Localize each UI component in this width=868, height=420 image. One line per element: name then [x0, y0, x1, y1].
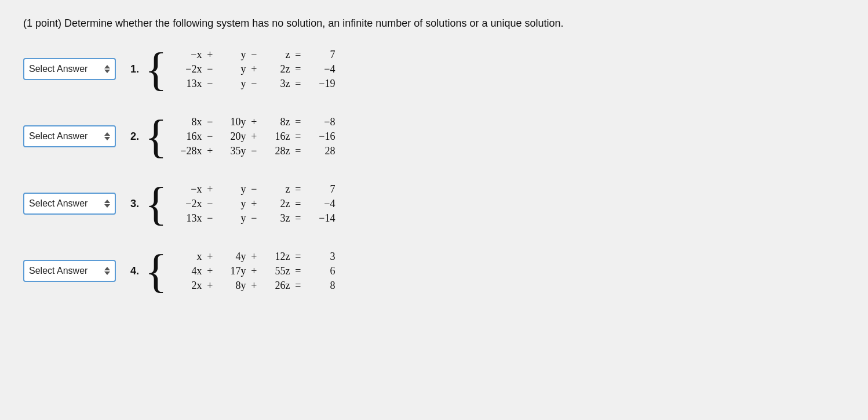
equation-2-1: 8x−10y+8z=−8: [172, 116, 335, 128]
equation-1-3: 13x−y−3z=−19: [172, 78, 335, 90]
col-term3-cell: 2z: [262, 63, 290, 75]
question-header: (1 point) Determine whether the followin…: [23, 17, 845, 30]
select-answer-arrow-3: [104, 200, 110, 208]
col-rhs-cell: 7: [306, 49, 335, 61]
col-rhs-cell: 28: [306, 145, 335, 157]
problem-number-3: 3.: [122, 198, 139, 210]
col-eq-cell: =: [290, 49, 306, 61]
equation-4-2: 4x+17y+55z=6: [172, 265, 335, 277]
col-term2-cell: 4y: [218, 251, 246, 263]
col-rhs-cell: −4: [306, 63, 335, 75]
col-op1-cell: +: [202, 145, 218, 157]
select-answer-arrow-4: [104, 267, 110, 275]
left-brace-2: {: [145, 113, 167, 160]
col-eq-cell: =: [290, 251, 306, 263]
col-term1-cell: 13x: [172, 78, 202, 90]
col-op1-cell: −: [202, 198, 218, 210]
col-rhs-cell: 3: [306, 251, 335, 263]
col-eq-cell: =: [290, 183, 306, 195]
col-rhs-cell: −19: [306, 78, 335, 90]
equation-3-1: −x+y−z=7: [172, 183, 335, 195]
brace-system-2: {8x−10y+8z=−816x−20y+16z=−16−28x+35y−28z…: [145, 113, 335, 160]
col-eq-cell: =: [290, 131, 306, 143]
col-term2-cell: y: [218, 78, 246, 90]
equations-4: x+4y+12z=34x+17y+55z=62x+8y+26z=8: [172, 251, 335, 292]
select-answer-label-2: Select Answer: [29, 131, 101, 142]
select-answer-3[interactable]: Select Answer: [23, 193, 116, 215]
select-answer-1[interactable]: Select Answer: [23, 58, 116, 80]
col-rhs-cell: −4: [306, 198, 335, 210]
col-term1-cell: 4x: [172, 265, 202, 277]
col-term3-cell: 55z: [262, 265, 290, 277]
col-term3-cell: 28z: [262, 145, 290, 157]
col-term1-cell: 8x: [172, 116, 202, 128]
col-rhs-cell: 6: [306, 265, 335, 277]
select-answer-label-1: Select Answer: [29, 64, 101, 74]
col-eq-cell: =: [290, 116, 306, 128]
col-rhs-cell: 7: [306, 183, 335, 195]
col-op1-cell: +: [202, 280, 218, 292]
col-term1-cell: 13x: [172, 212, 202, 225]
col-eq-cell: =: [290, 198, 306, 210]
col-op2-cell: +: [246, 251, 262, 263]
arrow-up-icon: [104, 132, 110, 136]
col-op1-cell: +: [202, 265, 218, 277]
col-op1-cell: −: [202, 78, 218, 90]
col-rhs-cell: −16: [306, 131, 335, 143]
col-term2-cell: 35y: [218, 145, 246, 157]
col-term1-cell: −x: [172, 183, 202, 195]
col-term3-cell: 3z: [262, 212, 290, 225]
col-op1-cell: −: [202, 63, 218, 75]
arrow-down-icon: [104, 137, 110, 140]
col-term2-cell: 17y: [218, 265, 246, 277]
equation-1-1: −x+y−z=7: [172, 49, 335, 61]
col-op1-cell: +: [202, 251, 218, 263]
arrow-up-icon: [104, 200, 110, 203]
left-brace-1: {: [145, 46, 167, 92]
col-term3-cell: z: [262, 183, 290, 195]
brace-system-1: {−x+y−z=7−2x−y+2z=−413x−y−3z=−19: [145, 46, 335, 92]
select-answer-arrow-2: [104, 132, 110, 140]
problem-number-4: 4.: [122, 265, 139, 277]
problem-row-3: Select Answer3.{−x+y−z=7−2x−y+2z=−413x−y…: [23, 180, 845, 227]
arrow-down-icon: [104, 70, 110, 73]
col-eq-cell: =: [290, 280, 306, 292]
col-eq-cell: =: [290, 212, 306, 225]
col-term2-cell: 20y: [218, 131, 246, 143]
col-term3-cell: 3z: [262, 78, 290, 90]
select-answer-label-3: Select Answer: [29, 198, 101, 209]
col-rhs-cell: 8: [306, 280, 335, 292]
col-term3-cell: 2z: [262, 198, 290, 210]
col-eq-cell: =: [290, 78, 306, 90]
col-op1-cell: −: [202, 131, 218, 143]
col-term2-cell: y: [218, 183, 246, 195]
col-op2-cell: −: [246, 183, 262, 195]
col-term3-cell: 16z: [262, 131, 290, 143]
equations-2: 8x−10y+8z=−816x−20y+16z=−16−28x+35y−28z=…: [172, 116, 335, 157]
col-term2-cell: y: [218, 198, 246, 210]
col-term3-cell: 26z: [262, 280, 290, 292]
col-op2-cell: +: [246, 280, 262, 292]
select-answer-arrow-1: [104, 65, 110, 73]
col-term3-cell: 12z: [262, 251, 290, 263]
col-op2-cell: −: [246, 49, 262, 61]
brace-system-4: {x+4y+12z=34x+17y+55z=62x+8y+26z=8: [145, 248, 335, 294]
col-term2-cell: y: [218, 49, 246, 61]
problem-number-1: 1.: [122, 63, 139, 75]
arrow-up-icon: [104, 65, 110, 68]
brace-system-3: {−x+y−z=7−2x−y+2z=−413x−y−3z=−14: [145, 180, 335, 227]
col-eq-cell: =: [290, 63, 306, 75]
equations-3: −x+y−z=7−2x−y+2z=−413x−y−3z=−14: [172, 183, 335, 225]
col-op1-cell: +: [202, 49, 218, 61]
col-eq-cell: =: [290, 265, 306, 277]
col-term3-cell: 8z: [262, 116, 290, 128]
equation-2-3: −28x+35y−28z=28: [172, 145, 335, 157]
col-term1-cell: −2x: [172, 63, 202, 75]
col-op1-cell: −: [202, 212, 218, 225]
col-eq-cell: =: [290, 145, 306, 157]
col-term2-cell: y: [218, 212, 246, 225]
equation-3-2: −2x−y+2z=−4: [172, 198, 335, 210]
select-answer-4[interactable]: Select Answer: [23, 260, 116, 282]
select-answer-2[interactable]: Select Answer: [23, 125, 116, 147]
arrow-down-icon: [104, 271, 110, 275]
